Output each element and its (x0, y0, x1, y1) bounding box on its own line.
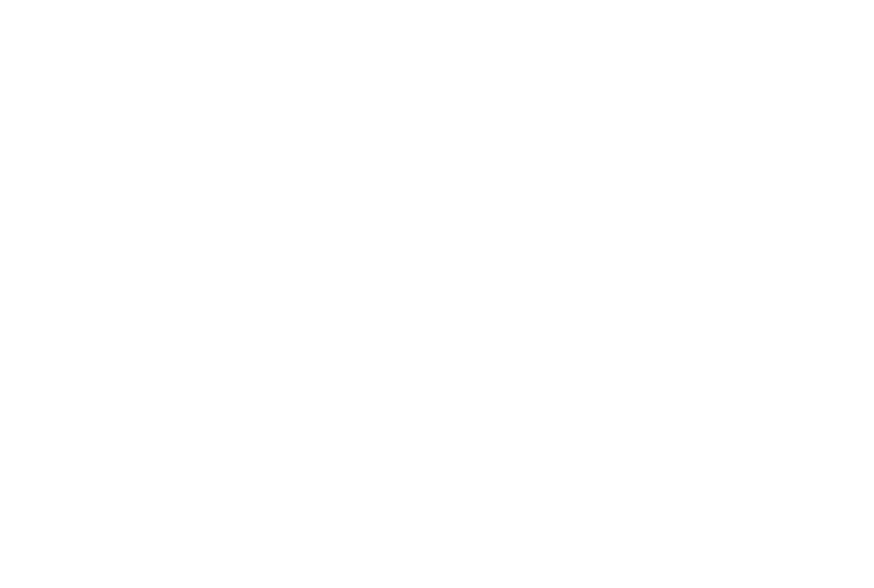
instructions-panel (22, 31, 304, 541)
diagram-area (304, 31, 852, 541)
